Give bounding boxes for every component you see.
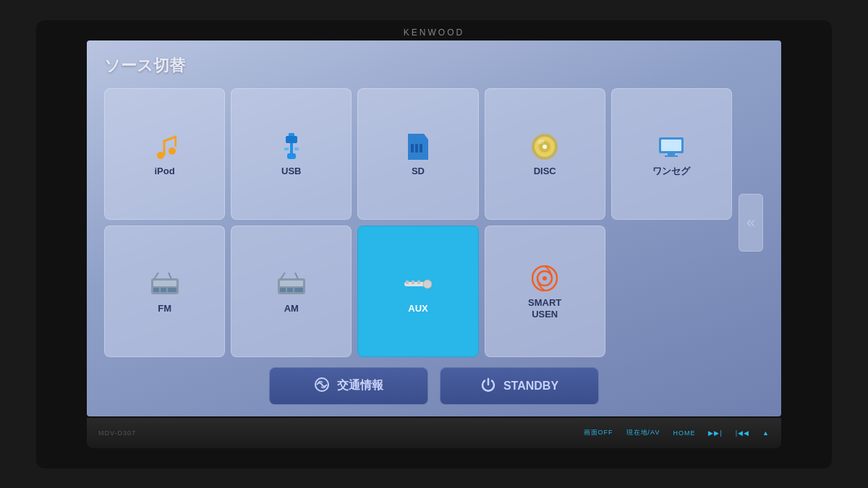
- hw-btn-skip-rev[interactable]: |◀◀: [736, 429, 749, 437]
- am-radio-icon: [276, 270, 307, 299]
- svg-point-1: [169, 147, 176, 155]
- fm-radio-icon: [149, 270, 181, 299]
- hw-btn-home[interactable]: HOME: [673, 429, 695, 437]
- source-btn-ipod[interactable]: iPod: [104, 88, 225, 220]
- standby-icon: [480, 377, 496, 395]
- svg-rect-28: [280, 281, 303, 286]
- svg-point-14: [542, 145, 547, 149]
- source-btn-smart[interactable]: SMART USEN: [485, 226, 605, 357]
- device-frame: KENWOOD ソース切替 iPod: [36, 20, 832, 468]
- screen-title: ソース切替: [104, 55, 764, 77]
- source-btn-aux[interactable]: AUX: [357, 226, 478, 357]
- source-grid: iPod USB: [104, 88, 732, 357]
- traffic-icon: [314, 377, 330, 395]
- am-label: AM: [284, 303, 299, 314]
- svg-line-33: [295, 273, 298, 279]
- source-btn-usb[interactable]: USB: [231, 88, 352, 220]
- source-btn-disc[interactable]: DISC: [485, 88, 605, 220]
- svg-rect-10: [420, 144, 422, 153]
- svg-rect-23: [161, 288, 166, 292]
- svg-rect-31: [294, 288, 303, 292]
- svg-rect-30: [287, 288, 293, 292]
- svg-rect-29: [280, 288, 286, 292]
- ipod-icon: [149, 132, 181, 161]
- sd-icon: [402, 132, 434, 161]
- chevron-button[interactable]: «: [739, 194, 763, 252]
- svg-rect-22: [153, 288, 159, 292]
- svg-rect-19: [665, 155, 678, 157]
- smart-label: SMART USEN: [528, 297, 561, 320]
- sd-label: SD: [412, 166, 425, 177]
- source-btn-wanseg[interactable]: ワンセグ: [611, 88, 732, 220]
- hw-btn-nav-av[interactable]: 現在地/AV: [626, 428, 660, 437]
- svg-rect-3: [286, 136, 297, 143]
- hw-btn-screen-off[interactable]: 画面OFF: [584, 428, 613, 437]
- svg-rect-5: [287, 153, 296, 159]
- fm-label: FM: [158, 303, 171, 314]
- screen: ソース切替 iPod: [87, 40, 781, 416]
- svg-rect-7: [294, 147, 299, 150]
- aux-icon: [402, 270, 434, 299]
- chevron-icon: «: [746, 215, 755, 231]
- wanseg-icon: [655, 132, 687, 161]
- usb-label: USB: [281, 166, 301, 177]
- svg-rect-36: [417, 281, 420, 284]
- traffic-button[interactable]: 交通情報: [269, 367, 428, 405]
- usb-icon: [276, 132, 307, 161]
- standby-label: STANDBY: [503, 380, 558, 393]
- ipod-label: iPod: [155, 166, 175, 177]
- svg-point-41: [542, 276, 547, 281]
- svg-line-32: [281, 273, 285, 279]
- brand-label: KENWOOD: [404, 27, 464, 38]
- svg-rect-6: [284, 147, 289, 150]
- svg-line-25: [154, 273, 158, 279]
- hardware-bar: MDV-D307 画面OFF 現在地/AV HOME ▶▶| |◀◀ ▲: [87, 418, 781, 448]
- aux-label: AUX: [408, 303, 427, 314]
- model-label: MDV-D307: [98, 429, 136, 437]
- svg-rect-17: [661, 140, 681, 151]
- side-chevron-area: «: [738, 88, 764, 357]
- svg-rect-9: [415, 144, 418, 153]
- traffic-label: 交通情報: [337, 378, 383, 393]
- svg-rect-8: [411, 144, 414, 153]
- source-btn-am[interactable]: AM: [231, 226, 352, 357]
- standby-button[interactable]: STANDBY: [440, 367, 599, 405]
- svg-rect-24: [168, 288, 176, 292]
- hw-control-buttons: 画面OFF 現在地/AV HOME ▶▶| |◀◀ ▲: [584, 428, 770, 437]
- svg-rect-21: [153, 281, 176, 286]
- wanseg-label: ワンセグ: [652, 166, 690, 177]
- svg-rect-4: [290, 143, 293, 155]
- smart-usen-icon: [529, 264, 561, 293]
- hw-btn-skip-fwd[interactable]: ▶▶|: [708, 429, 722, 437]
- svg-point-35: [423, 280, 432, 288]
- hw-btn-eject[interactable]: ▲: [762, 429, 770, 437]
- svg-rect-37: [412, 281, 414, 284]
- grid-area: iPod USB: [104, 88, 764, 357]
- bottom-buttons: 交通情報 STANDBY: [104, 367, 764, 405]
- svg-rect-38: [406, 281, 409, 284]
- disc-icon: [529, 132, 561, 161]
- source-btn-sd[interactable]: SD: [357, 88, 478, 220]
- svg-line-26: [169, 273, 171, 279]
- source-btn-fm[interactable]: FM: [104, 226, 225, 357]
- disc-label: DISC: [534, 166, 556, 177]
